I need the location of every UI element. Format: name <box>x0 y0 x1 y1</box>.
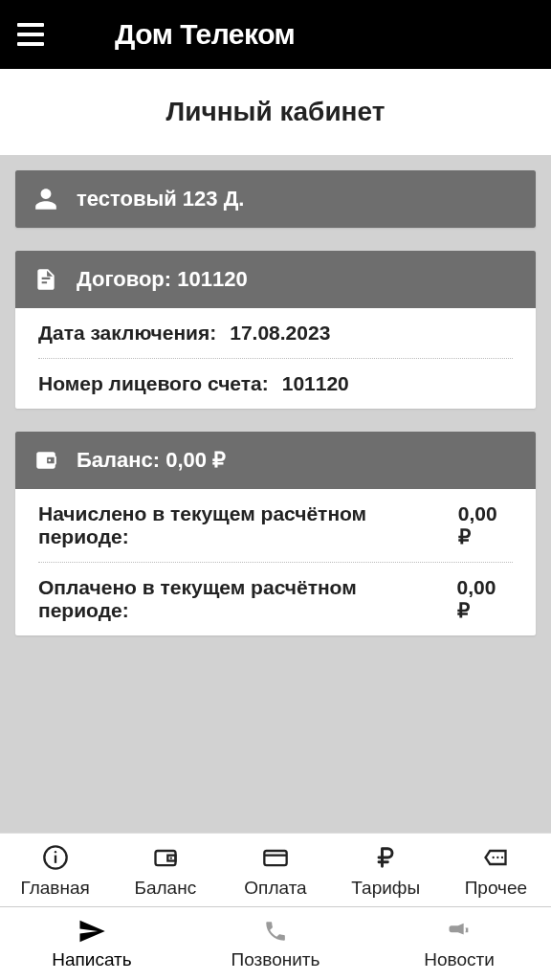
contract-account-label: Номер лицевого счета: <box>38 372 269 395</box>
topbar: Дом Телеком <box>0 0 551 69</box>
send-icon <box>77 917 106 946</box>
nav-more[interactable]: Прочее <box>441 834 551 906</box>
phone-icon <box>261 917 290 946</box>
svg-rect-6 <box>264 851 286 865</box>
nav-balance[interactable]: Баланс <box>110 834 220 906</box>
balance-charged-value: 0,00 ₽ <box>458 502 513 548</box>
balance-card-header: Баланс: 0,00 ₽ <box>15 432 536 489</box>
nav-tariffs[interactable]: Тарифы <box>331 834 441 906</box>
nav-call-label: Позвонить <box>231 949 320 970</box>
svg-point-10 <box>501 857 503 858</box>
balance-paid-label: Оплачено в текущем расчётном периоде: <box>38 576 444 622</box>
svg-point-8 <box>493 857 495 858</box>
nav-payment[interactable]: Оплата <box>220 834 330 906</box>
contract-date-label: Дата заключения: <box>38 322 216 345</box>
nav-primary: Главная Баланс Оплата Тарифы Прочее <box>0 834 551 906</box>
user-card: тестовый 123 Д. <box>15 170 536 228</box>
contract-account-value: 101120 <box>282 372 349 395</box>
contract-card-header: Договор: 101120 <box>15 251 536 308</box>
nav-balance-label: Баланс <box>134 878 196 899</box>
page-subheader: Личный кабинет <box>0 69 551 155</box>
balance-card: Баланс: 0,00 ₽ Начислено в текущем расчё… <box>15 432 536 635</box>
page-title: Личный кабинет <box>166 97 386 127</box>
contract-body: Дата заключения: 17.08.2023 Номер лицево… <box>15 308 536 409</box>
svg-rect-3 <box>155 851 175 865</box>
svg-point-2 <box>54 851 55 853</box>
svg-point-5 <box>169 857 171 858</box>
ruble-icon <box>371 843 400 872</box>
nav-more-label: Прочее <box>465 878 527 899</box>
document-icon <box>33 266 59 293</box>
nav-secondary: Написать Позвонить Новости <box>0 906 551 980</box>
contract-card: Договор: 101120 Дата заключения: 17.08.2… <box>15 251 536 409</box>
user-card-header: тестовый 123 Д. <box>15 170 536 228</box>
nav-tariffs-label: Тарифы <box>351 878 420 899</box>
balance-paid-row: Оплачено в текущем расчётном периоде: 0,… <box>38 563 513 635</box>
content-area: тестовый 123 Д. Договор: 101120 Дата зак… <box>0 155 551 833</box>
contract-header-text: Договор: 101120 <box>77 267 248 292</box>
balance-paid-value: 0,00 ₽ <box>457 576 513 622</box>
person-icon <box>33 186 59 212</box>
contract-account-row: Номер лицевого счета: 101120 <box>38 359 513 409</box>
more-icon <box>481 843 510 872</box>
app-title: Дом Телеком <box>115 18 295 51</box>
nav-call[interactable]: Позвонить <box>184 907 367 980</box>
contract-date-row: Дата заключения: 17.08.2023 <box>38 308 513 359</box>
menu-button[interactable] <box>11 15 50 54</box>
nav-news-label: Новости <box>424 949 495 970</box>
megaphone-icon <box>445 917 474 946</box>
contract-date-value: 17.08.2023 <box>230 322 330 345</box>
nav-write[interactable]: Написать <box>0 907 184 980</box>
info-icon <box>41 843 70 872</box>
balance-charged-label: Начислено в текущем расчётном периоде: <box>38 502 445 548</box>
wallet-icon <box>33 447 59 474</box>
balance-header-text: Баланс: 0,00 ₽ <box>77 448 226 473</box>
nav-home[interactable]: Главная <box>0 834 110 906</box>
card-icon <box>261 843 290 872</box>
wallet-nav-icon <box>151 843 180 872</box>
nav-news[interactable]: Новости <box>367 907 551 980</box>
balance-charged-row: Начислено в текущем расчётном периоде: 0… <box>38 489 513 563</box>
bottom-nav: Главная Баланс Оплата Тарифы Прочее <box>0 833 551 980</box>
nav-payment-label: Оплата <box>244 878 306 899</box>
balance-body: Начислено в текущем расчётном периоде: 0… <box>15 489 536 635</box>
nav-write-label: Написать <box>52 949 131 970</box>
nav-home-label: Главная <box>20 878 89 899</box>
user-name: тестовый 123 Д. <box>77 187 244 212</box>
svg-point-9 <box>497 857 499 858</box>
